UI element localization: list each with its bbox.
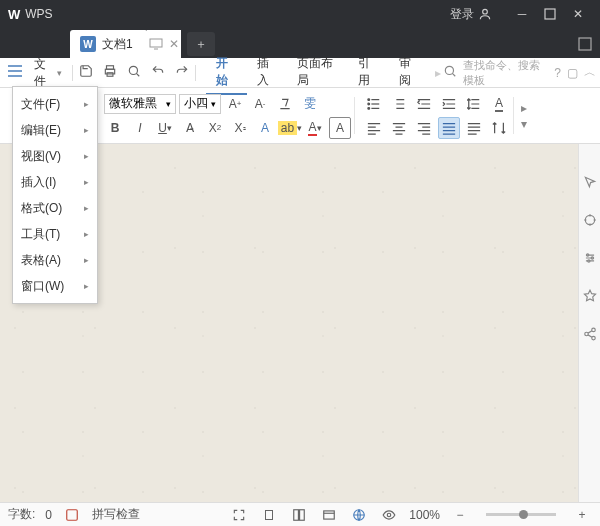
svg-point-18 [591,328,595,332]
phonetic-guide-button[interactable]: 雯 [299,93,321,115]
align-distributed-button[interactable] [463,117,485,139]
settings-icon[interactable] [582,250,598,266]
char-border-button[interactable]: A [329,117,351,139]
text-direction-button[interactable] [488,117,510,139]
char-shading-button[interactable]: A [488,93,510,115]
maximize-button[interactable] [536,0,564,28]
strikethrough-button[interactable]: A̵ [179,117,201,139]
minimize-button[interactable]: ─ [508,0,536,28]
eye-protect-icon[interactable] [379,505,399,525]
increase-indent-button[interactable] [438,93,460,115]
spell-check-label[interactable]: 拼写检查 [92,506,140,523]
undo-icon[interactable] [149,64,167,81]
titlebar: W WPS 登录 ─ ✕ [0,0,600,28]
font-size-value: 小四 [184,95,208,112]
share-icon[interactable] [582,326,598,342]
svg-rect-2 [150,39,162,47]
web-view-icon[interactable] [349,505,369,525]
align-right-button[interactable] [413,117,435,139]
print-icon[interactable] [101,64,119,81]
underline-button[interactable]: U ▾ [154,117,176,139]
align-center-button[interactable] [388,117,410,139]
search-icon[interactable] [443,64,457,81]
collapse-ribbon-icon[interactable]: ▢ [567,66,578,80]
cursor-tool-icon[interactable] [582,174,598,190]
subscript-button[interactable]: X₂ [229,117,251,139]
menu-view[interactable]: 视图(V)▸ [13,143,97,169]
separator [195,65,196,81]
document-tab[interactable]: W 文档1 [70,30,148,58]
tab-device-icon[interactable]: ✕ [147,30,181,58]
tab-layout[interactable]: 页面布局 [287,51,348,95]
menu-tools[interactable]: 工具(T)▸ [13,221,97,247]
svg-rect-23 [294,509,299,520]
font-group: 微软雅黑▾ 小四▾ A+ A- 雯 B I U ▾ A̵ X2 X₂ A ab▾… [100,91,355,140]
hamburger-icon[interactable] [4,65,26,80]
menu-edit[interactable]: 编辑(E)▸ [13,117,97,143]
login-button[interactable]: 登录 [450,6,492,23]
bold-button[interactable]: B [104,117,126,139]
close-button[interactable]: ✕ [564,0,592,28]
tabbar-overflow-button[interactable] [570,30,600,58]
user-icon [478,7,492,21]
file-menu-label: 文件 [34,56,55,90]
spell-check-icon[interactable] [62,505,82,525]
save-icon[interactable] [77,64,95,81]
tab-review[interactable]: 审阅 [389,51,430,95]
menubar: 文件 ▾ 开始 插入 页面布局 引用 审阅 ▸ 查找命令、搜索模板 ? ▢ ︿ [0,58,600,88]
bullets-button[interactable] [363,93,385,115]
zoom-in-button[interactable]: + [572,505,592,525]
zoom-out-button[interactable]: − [450,505,470,525]
ribbon-overflow[interactable]: ▸▾ [518,91,530,140]
text-effects-button[interactable]: A [254,117,276,139]
fullscreen-icon[interactable] [229,505,249,525]
search-placeholder[interactable]: 查找命令、搜索模板 [463,58,548,88]
svg-point-20 [591,336,595,340]
page-view-icon[interactable] [259,505,279,525]
select-tool-icon[interactable] [582,212,598,228]
outline-view-icon[interactable] [289,505,309,525]
zoom-value[interactable]: 100% [409,508,440,522]
menu-window[interactable]: 窗口(W)▸ [13,273,97,299]
menu-table[interactable]: 表格(A)▸ [13,247,97,273]
numbering-button[interactable] [388,93,410,115]
font-size-select[interactable]: 小四▾ [179,94,221,114]
svg-rect-1 [545,9,555,19]
word-count-value[interactable]: 0 [45,508,52,522]
line-spacing-button[interactable] [463,93,485,115]
star-icon[interactable] [582,288,598,304]
help-icon[interactable]: ? [554,66,561,80]
font-color-button[interactable]: A▾ [304,117,326,139]
chevron-up-icon[interactable]: ︿ [584,64,596,81]
preview-icon[interactable] [125,64,143,81]
font-name-select[interactable]: 微软雅黑▾ [104,94,176,114]
square-icon [544,8,556,20]
highlight-button[interactable]: ab▾ [279,117,301,139]
menu-insert[interactable]: 插入(I)▸ [13,169,97,195]
chevron-down-icon: ▾ [57,68,62,78]
svg-point-13 [368,107,370,109]
svg-point-7 [130,66,138,74]
tab-home[interactable]: 开始 [206,51,247,95]
clear-format-button[interactable] [274,93,296,115]
grow-font-button[interactable]: A+ [224,93,246,115]
svg-rect-24 [300,509,305,520]
shrink-font-button[interactable]: A- [249,93,271,115]
menu-format[interactable]: 格式(O)▸ [13,195,97,221]
chevron-right-icon[interactable]: ▸ [435,66,441,80]
italic-button[interactable]: I [129,117,151,139]
svg-rect-22 [266,510,273,519]
align-left-button[interactable] [363,117,385,139]
menu-file[interactable]: 文件(F)▸ [13,91,97,117]
redo-icon[interactable] [173,64,191,81]
file-dropdown-menu: 文件(F)▸ 编辑(E)▸ 视图(V)▸ 插入(I)▸ 格式(O)▸ 工具(T)… [12,86,98,304]
reading-view-icon[interactable] [319,505,339,525]
decrease-indent-button[interactable] [413,93,435,115]
tab-references[interactable]: 引用 [348,51,389,95]
zoom-slider[interactable] [486,513,556,516]
tab-insert[interactable]: 插入 [247,51,288,95]
paragraph-group: A [359,91,514,140]
align-justify-button[interactable] [438,117,460,139]
quick-access-toolbar [77,64,191,81]
superscript-button[interactable]: X2 [204,117,226,139]
